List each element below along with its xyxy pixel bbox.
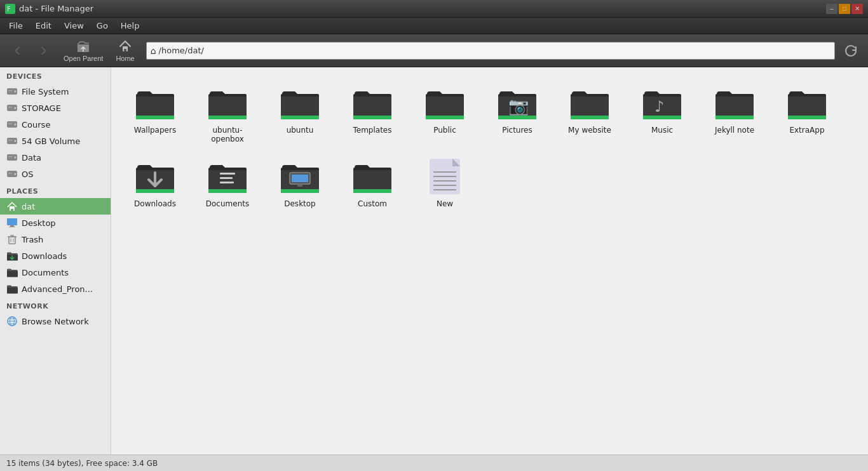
svg-rect-63 <box>433 171 456 173</box>
menubar: FileEditViewGoHelp <box>0 18 868 34</box>
file-item[interactable]: ExtraApp <box>772 76 842 147</box>
folder-downloads-sidebar-icon <box>6 250 18 262</box>
file-icon-pictures: 📷 <box>497 83 538 123</box>
svg-rect-4 <box>124 49 126 51</box>
sidebar-item-os[interactable]: OS <box>0 166 111 182</box>
file-item[interactable]: Wallpapers <box>120 76 190 147</box>
svg-rect-25 <box>7 218 17 225</box>
back-button[interactable] <box>5 41 29 60</box>
sidebar-item-filesystem[interactable]: File System <box>0 83 111 100</box>
file-label: My website <box>568 126 611 135</box>
devices-header: DEVICES <box>0 67 111 83</box>
svg-rect-24 <box>11 209 13 211</box>
file-label: ExtraApp <box>789 126 824 135</box>
home-button[interactable]: Home <box>111 37 139 65</box>
sidebar-item-54gb[interactable]: 54 GB Volume <box>0 133 111 149</box>
file-label: Documents <box>206 199 249 208</box>
svg-text:F: F <box>7 6 11 13</box>
sidebar-item-advanced-pron[interactable]: Advanced_Pron... <box>0 281 111 297</box>
sidebar-item-browse-network[interactable]: Browse Network <box>0 313 111 329</box>
sidebar-item-course-label: Course <box>22 120 50 129</box>
file-item[interactable]: New <box>410 150 480 212</box>
svg-rect-22 <box>8 173 12 174</box>
svg-rect-52 <box>208 189 247 193</box>
drive-icon-5 <box>6 152 18 163</box>
sidebar-item-documents[interactable]: Documents <box>0 264 111 281</box>
svg-rect-26 <box>10 225 14 227</box>
file-label: Wallpapers <box>134 126 176 135</box>
sidebar-item-storage-label: STORAGE <box>22 103 61 113</box>
menu-item-help[interactable]: Help <box>114 20 146 32</box>
file-item[interactable]: Public <box>410 76 480 147</box>
sidebar-item-data[interactable]: Data <box>0 149 111 166</box>
file-icon-custom <box>352 156 393 197</box>
svg-point-9 <box>15 107 17 109</box>
file-item[interactable]: ubuntu-openbox <box>193 76 262 147</box>
menu-item-edit[interactable]: Edit <box>29 20 58 32</box>
svg-rect-54 <box>220 177 233 179</box>
file-icon-jekyll-note <box>714 83 755 123</box>
sidebar-item-trash-label: Trash <box>22 235 43 244</box>
file-item[interactable]: Documents <box>193 150 262 212</box>
sidebar-item-storage[interactable]: STORAGE <box>0 100 111 116</box>
sidebar-item-dat[interactable]: dat <box>0 198 111 215</box>
file-item[interactable]: ubuntu <box>265 76 335 147</box>
file-icon-music: ♪ <box>642 83 682 123</box>
drive-icon-3 <box>6 119 18 130</box>
svg-rect-16 <box>8 140 12 141</box>
menu-item-file[interactable]: File <box>3 20 29 32</box>
file-label: New <box>437 199 453 208</box>
file-icon-public <box>424 83 465 123</box>
desktop-sidebar-icon <box>6 217 18 229</box>
file-label: Custom <box>358 199 387 208</box>
sidebar-item-course[interactable]: Course <box>0 116 111 133</box>
svg-point-12 <box>15 124 17 126</box>
forward-button[interactable] <box>32 41 56 60</box>
folder-docs-sidebar-icon <box>6 267 18 278</box>
svg-point-21 <box>15 173 17 175</box>
file-item[interactable]: ♪Music <box>627 76 697 147</box>
back-icon <box>10 44 24 58</box>
sidebar-item-desktop[interactable]: Desktop <box>0 215 111 231</box>
file-item[interactable]: My website <box>555 76 625 147</box>
sidebar-item-downloads[interactable]: Downloads <box>0 248 111 264</box>
svg-text:📷: 📷 <box>508 96 529 116</box>
file-icon-ubuntu-openbox <box>207 83 248 123</box>
addr-home-icon: ⌂ <box>151 46 156 56</box>
svg-rect-49 <box>715 116 754 119</box>
svg-point-15 <box>15 140 17 142</box>
places-header: PLACES <box>0 182 111 198</box>
file-icon-documents <box>207 156 248 197</box>
refresh-button[interactable] <box>839 41 863 60</box>
home-icon <box>118 39 132 53</box>
file-item[interactable]: Templates <box>337 76 407 147</box>
sidebar-item-os-label: OS <box>22 169 33 179</box>
menu-item-go[interactable]: Go <box>90 20 114 32</box>
file-item[interactable]: Custom <box>337 150 407 212</box>
drive-icon <box>6 86 18 97</box>
titlebar-left: F dat - File Manager <box>5 4 93 14</box>
file-label: Templates <box>353 126 391 135</box>
file-item[interactable]: Downloads <box>120 150 190 212</box>
file-item[interactable]: 📷Pictures <box>482 76 552 147</box>
sidebar-item-dat-label: dat <box>22 202 35 211</box>
drive-icon-4 <box>6 135 18 147</box>
file-item[interactable]: Desktop <box>265 150 335 212</box>
svg-rect-27 <box>9 227 15 227</box>
trash-sidebar-icon <box>6 234 18 245</box>
file-item[interactable]: Jekyll note <box>700 76 770 147</box>
sidebar-item-documents-label: Documents <box>22 268 69 277</box>
menu-item-view[interactable]: View <box>58 20 90 32</box>
sidebar-item-trash[interactable]: Trash <box>0 231 111 248</box>
address-bar[interactable]: ⌂ /home/dat/ <box>146 42 835 60</box>
maximize-button[interactable]: □ <box>839 4 850 14</box>
svg-rect-7 <box>8 90 12 91</box>
open-parent-button[interactable]: Open Parent <box>58 37 108 65</box>
file-label: Public <box>433 126 456 135</box>
svg-rect-44 <box>498 116 536 119</box>
close-button[interactable]: ✕ <box>851 4 863 14</box>
svg-rect-19 <box>8 156 12 157</box>
file-label: ubuntu-openbox <box>196 126 259 143</box>
svg-rect-47 <box>643 116 681 119</box>
minimize-button[interactable]: – <box>826 4 837 14</box>
